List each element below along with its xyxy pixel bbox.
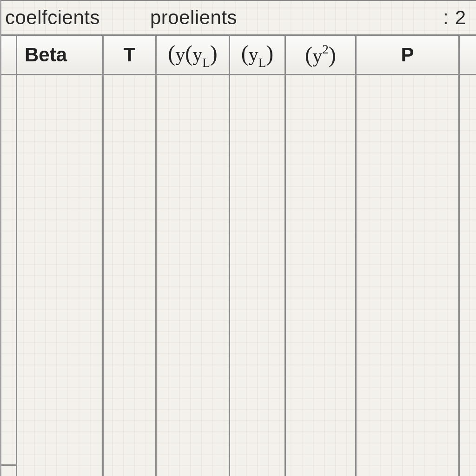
column-header-row: Beta T (y(yL) (yL) (y2) P — [1, 36, 476, 75]
formula-y2: (y2) — [305, 44, 336, 66]
grid-col-t — [104, 75, 157, 476]
grid-col-p — [357, 75, 460, 476]
col-header-last[interactable] — [460, 36, 476, 74]
stats-grid-window: coelfcients proelients :2 Beta T (y(yL) … — [0, 0, 476, 476]
grid-col-beta — [17, 75, 104, 476]
col-header-t[interactable]: T — [104, 36, 157, 74]
grid-col-last — [460, 75, 476, 476]
formula-yyl: (y(yL) — [168, 42, 218, 68]
row-stub-divider — [1, 464, 17, 466]
col-header-y2[interactable]: (y2) — [286, 36, 357, 74]
col-header-p[interactable]: P — [357, 36, 460, 74]
col-header-yyl[interactable]: (y(yL) — [157, 36, 230, 74]
col-header-beta[interactable]: Beta — [17, 36, 104, 74]
page-counter: :2 — [443, 7, 466, 29]
tab-coefficients[interactable]: coelfcients — [5, 7, 100, 29]
col-header-yl[interactable]: (yL) — [230, 36, 286, 74]
grid-body[interactable] — [1, 75, 476, 476]
grid-col-y2 — [286, 75, 357, 476]
grid-col-yl — [230, 75, 286, 476]
counter-value: 2 — [455, 7, 466, 28]
counter-prefix: : — [443, 7, 449, 28]
formula-yl: (yL) — [241, 42, 274, 68]
grid-col-rowhandle — [1, 75, 17, 476]
grid-col-yyl — [157, 75, 230, 476]
row-handle-header — [1, 36, 17, 74]
tab-strip: coelfcients proelients :2 — [1, 1, 476, 36]
tab-proelients[interactable]: proelients — [150, 7, 237, 29]
